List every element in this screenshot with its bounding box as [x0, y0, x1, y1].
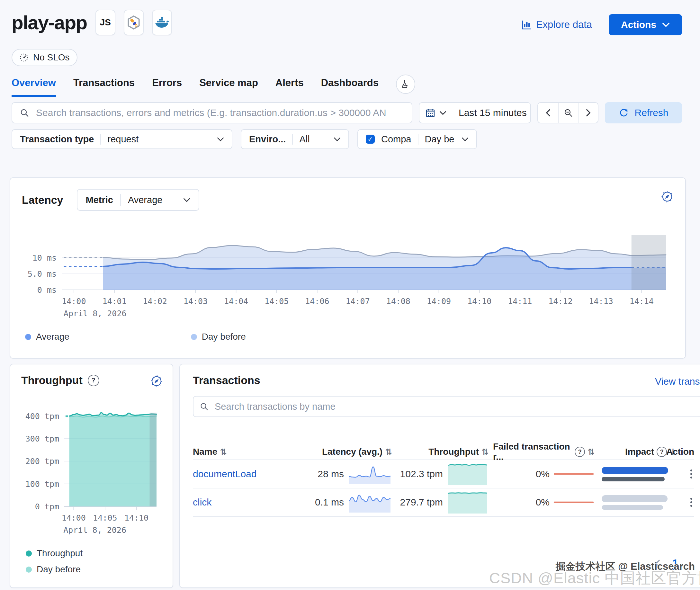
- svg-text:5.0 ms: 5.0 ms: [28, 269, 57, 279]
- legend-label: Throughput: [37, 548, 83, 559]
- latency-title: Latency: [22, 194, 63, 206]
- svg-text:14:14: 14:14: [630, 297, 654, 306]
- throughput-value: 279.7 tpm: [400, 497, 443, 508]
- svg-text:14:12: 14:12: [548, 297, 572, 306]
- agent-badge-js[interactable]: JS: [95, 10, 115, 35]
- column-label: Latency (avg.): [322, 447, 383, 457]
- column-header-failed-rate[interactable]: Failed transaction r... ? ⇅: [489, 441, 595, 462]
- legend-label: Day before: [37, 564, 81, 575]
- tab-alerts[interactable]: Alerts: [276, 77, 304, 95]
- actions-button[interactable]: Actions: [609, 14, 682, 35]
- divider: [418, 134, 418, 144]
- comparison-checkbox[interactable]: ✓: [366, 135, 375, 143]
- svg-text:200 tpm: 200 tpm: [25, 457, 59, 466]
- refresh-button[interactable]: Refresh: [605, 102, 682, 123]
- tab-dashboards[interactable]: Dashboards: [321, 77, 379, 95]
- latency-panel: Latency Metric Average 0 ms5.0 ms10 ms14…: [10, 177, 686, 359]
- latency-sparkline: [347, 491, 392, 513]
- kql-search-box[interactable]: [12, 102, 412, 123]
- latency-chart[interactable]: 0 ms5.0 ms10 ms14:0014:0114:0214:0314:04…: [17, 233, 679, 329]
- comparison-value: Day be: [425, 134, 455, 144]
- transaction-type-select[interactable]: Transaction type request: [12, 129, 232, 149]
- transactions-search-box[interactable]: [193, 396, 700, 417]
- tab-service-map[interactable]: Service map: [199, 77, 258, 95]
- transaction-name-cell: click: [193, 497, 286, 508]
- sort-icon: ⇅: [220, 447, 227, 457]
- transactions-search-input[interactable]: [214, 401, 700, 412]
- help-icon[interactable]: ?: [575, 447, 585, 457]
- legend-item-average[interactable]: Average: [25, 332, 70, 342]
- slo-badge[interactable]: No SLOs: [12, 49, 78, 66]
- view-transactions-link[interactable]: View transactio: [655, 376, 700, 387]
- gauge-icon: [19, 53, 29, 62]
- compass-icon: [150, 375, 163, 388]
- chevron-left-icon[interactable]: [655, 560, 660, 568]
- failed-rate-cell: 0%: [489, 467, 595, 481]
- throughput-legend: Throughput Day before: [26, 548, 83, 575]
- time-next-button[interactable]: [578, 103, 598, 123]
- throughput-chart[interactable]: 0 tpm100 tpm200 tpm300 tpm400 tpm14:0014…: [13, 409, 169, 548]
- column-label: Throughput: [428, 447, 479, 457]
- refresh-icon: [618, 107, 629, 118]
- column-header-action: Action: [677, 447, 694, 457]
- help-icon[interactable]: ?: [88, 375, 99, 386]
- tab-errors[interactable]: Errors: [152, 77, 182, 95]
- throughput-title: Throughput: [21, 374, 83, 387]
- latency-cell: 28 ms: [286, 463, 392, 485]
- transaction-link[interactable]: documentLoad: [193, 469, 257, 479]
- transactions-panel: Transactions View transactio Name ⇅ Late…: [179, 364, 700, 588]
- svg-text:14:02: 14:02: [143, 297, 167, 306]
- throughput-value: 102.3 tpm: [400, 469, 443, 479]
- tab-transactions[interactable]: Transactions: [73, 77, 135, 95]
- explore-data-link[interactable]: Explore data: [521, 19, 592, 30]
- agent-badge-opentelemetry[interactable]: [124, 10, 144, 35]
- svg-text:April 8, 2026: April 8, 2026: [64, 309, 127, 318]
- svg-text:300 tpm: 300 tpm: [25, 434, 59, 444]
- explore-data-label: Explore data: [536, 19, 592, 30]
- failed-rate-value: 0%: [536, 497, 549, 508]
- transaction-link[interactable]: click: [193, 497, 211, 507]
- column-header-impact[interactable]: Impact ? ↓: [595, 447, 677, 457]
- throughput-sparkline: [446, 490, 489, 514]
- docker-icon: [155, 17, 169, 28]
- latency-metric-select[interactable]: Metric Average: [77, 189, 199, 211]
- pagination: 1: [655, 557, 679, 570]
- column-header-latency[interactable]: Latency (avg.) ⇅: [286, 447, 392, 457]
- sort-icon: ⇅: [385, 447, 392, 457]
- legend-item-day-before[interactable]: Day before: [191, 332, 246, 342]
- svg-text:14:04: 14:04: [224, 297, 248, 306]
- legend-item-throughput[interactable]: Throughput: [26, 548, 83, 559]
- header-actions: Explore data Actions: [521, 14, 682, 35]
- legend-item-day-before[interactable]: Day before: [26, 564, 83, 575]
- time-range-label[interactable]: Last 15 minutes: [452, 107, 533, 118]
- row-actions-menu-button[interactable]: [688, 496, 694, 509]
- impact-bar-current: [602, 467, 668, 474]
- comparison-select[interactable]: ✓ Compa Day be: [358, 129, 477, 149]
- svg-text:14:01: 14:01: [102, 297, 126, 306]
- failed-rate-sparkline: [553, 467, 595, 481]
- chevron-down-icon: [333, 137, 341, 141]
- calendar-menu-button[interactable]: [419, 108, 452, 118]
- date-picker[interactable]: Last 15 minutes: [419, 102, 531, 123]
- svg-text:April 8, 2026: April 8, 2026: [63, 525, 126, 535]
- throughput-panel: Throughput ? 0 tpm100 tpm200 tpm300 tpm4…: [10, 364, 173, 588]
- beaker-icon: [400, 79, 411, 89]
- zoom-out-button[interactable]: [558, 103, 578, 123]
- compass-icon: [661, 190, 674, 203]
- tab-overview[interactable]: Overview: [12, 77, 56, 97]
- environment-select[interactable]: Enviro... All: [241, 129, 349, 149]
- failed-rate-cell: 0%: [489, 495, 595, 509]
- time-prev-button[interactable]: [538, 103, 558, 123]
- column-header-name[interactable]: Name ⇅: [193, 447, 286, 457]
- page-number[interactable]: 1: [671, 557, 679, 570]
- column-header-throughput[interactable]: Throughput ⇅: [392, 447, 489, 457]
- latency-explore-button[interactable]: [661, 190, 674, 203]
- row-actions-menu-button[interactable]: [688, 468, 694, 480]
- technical-preview-button[interactable]: [396, 75, 415, 94]
- agent-badge-docker[interactable]: [152, 10, 172, 35]
- transaction-type-label: Transaction type: [20, 134, 94, 144]
- kql-search-input[interactable]: [35, 107, 405, 119]
- throughput-explore-button[interactable]: [150, 375, 163, 388]
- help-icon[interactable]: ?: [657, 447, 667, 457]
- legend-dot: [26, 567, 32, 573]
